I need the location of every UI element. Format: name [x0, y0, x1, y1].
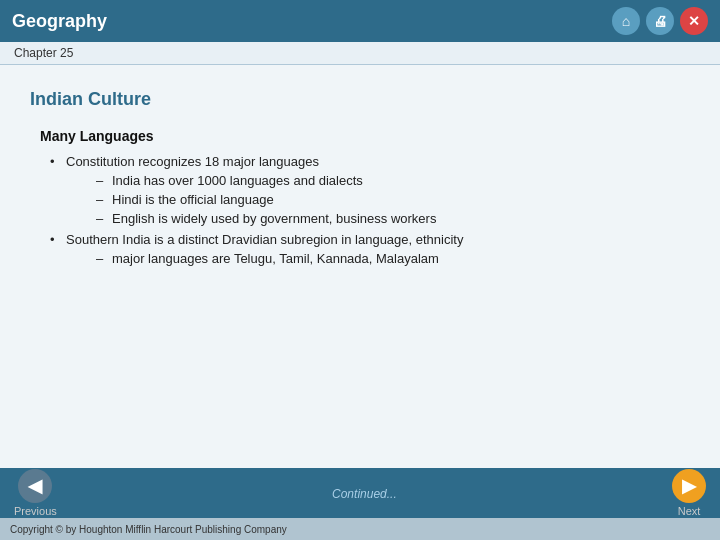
header: Geography ⌂ 🖨 ✕ — [0, 0, 720, 42]
header-icons: ⌂ 🖨 ✕ — [612, 7, 708, 35]
list-item: major languages are Telugu, Tamil, Kanna… — [96, 251, 690, 266]
home-button[interactable]: ⌂ — [612, 7, 640, 35]
chapter-label: Chapter 25 — [14, 46, 73, 60]
sub-list: India has over 1000 languages and dialec… — [96, 173, 690, 226]
main-content: Indian Culture Many Languages Constituti… — [0, 65, 720, 468]
copyright-text: Copyright © by Houghton Mifflin Harcourt… — [10, 524, 287, 535]
bullet-list: Constitution recognizes 18 major languag… — [50, 154, 690, 272]
footer-center: Continued... — [57, 484, 672, 502]
footer-left: ◀ Previous — [14, 469, 57, 517]
next-label: Next — [678, 505, 701, 517]
subsection-title: Many Languages — [40, 128, 690, 144]
continued-text: Continued... — [332, 487, 397, 501]
list-item: Southern India is a distinct Dravidian s… — [50, 232, 690, 266]
print-button[interactable]: 🖨 — [646, 7, 674, 35]
app-title: Geography — [12, 11, 107, 32]
bullet-text: Constitution recognizes 18 major languag… — [66, 154, 319, 169]
list-item: India has over 1000 languages and dialec… — [96, 173, 690, 188]
copyright-bar: Copyright © by Houghton Mifflin Harcourt… — [0, 518, 720, 540]
sub-list: major languages are Telugu, Tamil, Kanna… — [96, 251, 690, 266]
next-button[interactable]: ▶ — [672, 469, 706, 503]
list-item: English is widely used by government, bu… — [96, 211, 690, 226]
previous-label: Previous — [14, 505, 57, 517]
bullet-text: Southern India is a distinct Dravidian s… — [66, 232, 463, 247]
close-button[interactable]: ✕ — [680, 7, 708, 35]
footer-right: ▶ Next — [672, 469, 706, 517]
previous-button[interactable]: ◀ — [18, 469, 52, 503]
list-item: Constitution recognizes 18 major languag… — [50, 154, 690, 226]
next-arrow-icon: ▶ — [682, 475, 696, 497]
footer: ◀ Previous Continued... ▶ Next — [0, 468, 720, 518]
app-container: Geography ⌂ 🖨 ✕ Chapter 25 Indian Cultur… — [0, 0, 720, 540]
section-title: Indian Culture — [30, 89, 690, 110]
list-item: Hindi is the official language — [96, 192, 690, 207]
prev-arrow-icon: ◀ — [28, 475, 42, 497]
chapter-bar: Chapter 25 — [0, 42, 720, 65]
